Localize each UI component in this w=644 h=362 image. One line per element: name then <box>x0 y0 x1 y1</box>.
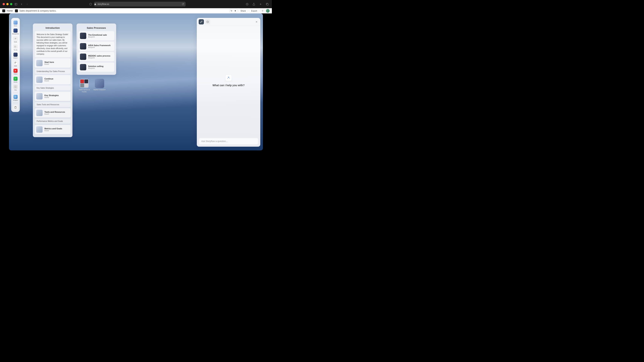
record-mode-icon[interactable] <box>234 9 237 13</box>
svg-marker-19 <box>15 70 16 71</box>
processes-card[interactable]: Sales Processes The Emotional sale Bluep… <box>76 23 116 75</box>
share-icon[interactable] <box>252 2 256 6</box>
blueprint-item[interactable]: AIDA Sales Framework Blueprint <box>78 42 114 51</box>
sidebar-item-wall[interactable]: Wall <box>12 60 19 67</box>
item-info: Start here Board <box>44 61 54 65</box>
ai-panel-header <box>197 18 260 26</box>
item-title: AIDA Sales Framework <box>88 44 110 46</box>
cursor-mode-icon[interactable] <box>230 9 234 13</box>
sidebar-label: Audio <box>14 81 17 83</box>
item-thumb <box>36 60 42 66</box>
tabs-icon[interactable] <box>265 2 269 6</box>
url-text: storyflow.so <box>98 3 109 5</box>
item-title: Tools and Resources <box>44 111 65 113</box>
minimize-window[interactable] <box>6 3 8 5</box>
ai-prompt-text: What can I help you with? <box>212 84 244 87</box>
share-button[interactable]: Share <box>238 9 248 13</box>
shield-icon[interactable] <box>88 2 92 6</box>
section-heading[interactable]: Understanding Our Sales Process <box>35 69 70 74</box>
folder-market-research[interactable]: Market research <box>93 79 106 91</box>
introduction-card[interactable]: Introduction Welcome to the Sales Strate… <box>33 23 72 137</box>
item-title: Key Strategies <box>44 94 59 96</box>
sidebar-item-images[interactable]: Images <box>12 94 19 102</box>
sidebar-label: Wall <box>14 65 17 67</box>
card-title: Introduction <box>35 25 70 31</box>
sidebar-toggle-icon[interactable] <box>14 2 18 6</box>
item-subtitle: Board <box>44 96 59 98</box>
traffic-lights <box>2 3 12 5</box>
sidebar-item-video[interactable]: Video <box>12 68 19 75</box>
close-panel-button[interactable] <box>255 20 258 24</box>
board-item[interactable]: Continue Board <box>35 75 70 84</box>
app-logo-icon[interactable] <box>2 9 5 12</box>
item-info: Solution selling Blueprint <box>88 65 104 69</box>
app-header: Home Sales department & company tactics.… <box>0 8 272 13</box>
downloads-icon[interactable] <box>245 2 249 6</box>
sidebar-item-file[interactable]: File <box>12 84 19 92</box>
blueprint-item[interactable]: The Emotional sale Blueprint <box>78 31 114 40</box>
ai-question-input[interactable] <box>199 138 258 144</box>
item-subtitle: Board <box>44 130 62 132</box>
new-tab-icon[interactable] <box>258 2 262 6</box>
sidebar-item-note[interactable]: Note <box>12 36 19 43</box>
item-subtitle: Blueprint <box>88 46 110 48</box>
forward-button[interactable] <box>25 2 29 6</box>
board-item[interactable]: Metrics and Goals Board <box>35 125 70 134</box>
svg-point-24 <box>15 96 16 97</box>
item-thumb <box>80 43 86 49</box>
folder-label: Market research <box>93 89 106 91</box>
sidebar-label: Blueprints <box>12 33 19 35</box>
todo-icon <box>14 45 18 49</box>
sidebar-label: Board <box>14 57 17 59</box>
folder-label: Sales tactics & Hooks <box>78 89 91 93</box>
item-info: The Emotional sale Blueprint <box>88 34 107 38</box>
section-heading[interactable]: Key Sales Strategies <box>35 85 70 90</box>
reload-icon[interactable] <box>182 3 184 5</box>
board-item[interactable]: Key Strategies Board <box>35 92 70 101</box>
mode-switcher[interactable] <box>230 8 237 13</box>
item-title: MEDDIC sales process <box>88 55 110 57</box>
item-thumb <box>80 64 86 70</box>
tool-sidebar: Docs Blueprints Note To-do Board Wall Vi… <box>11 18 20 112</box>
ai-tab-history[interactable] <box>205 19 210 24</box>
item-title: Continue <box>44 78 54 80</box>
blueprint-item[interactable]: Solution selling Blueprint <box>78 62 114 72</box>
ai-tab-edit[interactable] <box>199 19 204 24</box>
sidebar-item-blueprints[interactable]: Blueprints <box>12 28 19 35</box>
item-subtitle: Blueprint <box>88 57 110 59</box>
images-icon <box>14 95 18 99</box>
sidebar-item-audio[interactable]: Audio <box>12 76 19 84</box>
close-window[interactable] <box>2 3 5 5</box>
section-heading[interactable]: Sales Tools and Resources <box>35 102 70 107</box>
section-heading[interactable]: Performance Metrics and Goals <box>35 119 70 124</box>
home-link[interactable]: Home <box>7 9 13 12</box>
sidebar-item-docs[interactable]: Docs <box>12 20 19 27</box>
svg-rect-16 <box>15 62 16 63</box>
item-subtitle: Blueprint <box>88 67 104 69</box>
svg-rect-6 <box>267 3 268 5</box>
export-button[interactable]: Export <box>249 9 259 13</box>
settings-button[interactable] <box>260 8 265 13</box>
svg-rect-12 <box>15 46 15 46</box>
trash-button[interactable] <box>13 105 18 110</box>
breadcrumb[interactable]: Sales department & company tactics. <box>20 9 56 12</box>
ai-input-container <box>197 136 260 147</box>
canvas-viewport[interactable]: Docs Blueprints Note To-do Board Wall Vi… <box>9 13 263 150</box>
maximize-window[interactable] <box>10 3 12 5</box>
back-button[interactable] <box>20 2 24 6</box>
item-title: Solution selling <box>88 65 104 67</box>
user-avatar[interactable] <box>266 9 270 13</box>
sidebar-label: Video <box>14 73 17 75</box>
sidebar-item-board[interactable]: Board <box>12 52 19 59</box>
item-info: MEDDIC sales process Blueprint <box>88 55 110 59</box>
board-item[interactable]: Start here Board <box>35 58 70 68</box>
board-item[interactable]: Tools and Resources Board <box>35 108 70 118</box>
url-bar[interactable]: storyflow.so <box>94 2 186 6</box>
sidebar-divider <box>13 93 18 93</box>
blueprint-item[interactable]: MEDDIC sales process Blueprint <box>78 52 114 61</box>
item-subtitle: Board <box>44 113 65 115</box>
heading-text: Performance Metrics and Goals <box>36 120 63 122</box>
sidebar-item-todo[interactable]: To-do <box>12 44 19 51</box>
folder-sales-tactics[interactable]: Sales tactics & Hooks <box>78 79 91 93</box>
sidebar-label: File <box>14 89 17 91</box>
